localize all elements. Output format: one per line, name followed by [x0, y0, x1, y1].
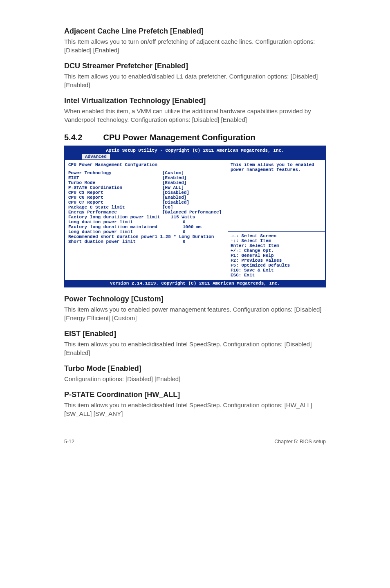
- bios-nav-line: F10: Save & Exit: [231, 268, 323, 273]
- section-number: 5.4.2: [64, 133, 101, 142]
- bios-nav-line: ↑↓: Select Item: [231, 238, 323, 243]
- heading-intel-vt: Intel Virtualization Technology [Enabled…: [64, 97, 326, 105]
- bios-nav-line: F2: Previous Values: [231, 258, 323, 263]
- bios-row: Turbo Mode[Enabled]: [68, 180, 224, 185]
- page-number: 5-12: [64, 439, 74, 444]
- bios-nav-line: F5: Optimized Defaults: [231, 263, 323, 268]
- bios-row: CPU C3 Report[Disabled]: [68, 190, 224, 195]
- bios-row: EIST[Enabled]: [68, 175, 224, 180]
- bios-screenshot: Aptio Setup Utility - Copyright (C) 2011…: [64, 146, 326, 287]
- bios-nav-line: ESC: Exit: [231, 273, 323, 278]
- bios-nav-line: F1: General Help: [231, 253, 323, 258]
- heading-power-tech: Power Technology [Custom]: [64, 295, 326, 303]
- desc-turbo: Configuration options: [Disabled] [Enabl…: [64, 375, 326, 383]
- desc-power-tech: This item allows you to enabled power ma…: [64, 305, 326, 322]
- desc-eist: This item allows you to enabled/disabled…: [64, 340, 326, 357]
- bios-row: Short duation power limit0: [68, 239, 224, 244]
- desc-intel-vt: When enabled this item, a VMM can utiliz…: [64, 107, 326, 124]
- bios-title: Aptio Setup Utility - Copyright (C) 2011…: [65, 147, 325, 153]
- bios-nav-line: →←: Select Screen: [231, 233, 323, 238]
- heading-eist: EIST [Enabled]: [64, 330, 326, 338]
- bios-row: CPU C6 Report[Enabled]: [68, 195, 224, 200]
- bios-row: Long duation power limit0: [68, 220, 224, 224]
- bios-nav-line: Enter: Select Item: [231, 243, 323, 248]
- bios-row: Factory long duratiion maintained1000 ms: [68, 224, 224, 229]
- bios-row: Energy Performance[Balanced Performance]: [68, 210, 224, 215]
- desc-dcu-streamer: This Item allows you to enabled/disabled…: [64, 72, 326, 89]
- section-heading: 5.4.2 CPU Power Management Configuration: [64, 133, 326, 142]
- bios-row: Package C State limit[C6]: [68, 205, 224, 210]
- bios-row: Long duation power limit0: [68, 229, 224, 234]
- chapter-label: Chapter 5: BIOS setup: [274, 439, 326, 444]
- bios-subtitle: CPU Power Management Confguration: [68, 162, 224, 167]
- bios-factory-power: Factory long duratiion power limit 115 W…: [68, 215, 224, 220]
- desc-pstate: This item allows you to enabled/disabled…: [64, 401, 326, 418]
- heading-dcu-streamer: DCU Streamer Prefetcher [Enabled]: [64, 62, 326, 70]
- bios-help-text: This item allows you to enabled power ma…: [231, 162, 323, 230]
- page-footer: 5-12 Chapter 5: BIOS setup: [64, 436, 326, 444]
- bios-row: P-STATE Coordination[HW_ALL]: [68, 185, 224, 190]
- bios-row: CPU C7 Report[Disabled]: [68, 200, 224, 205]
- bios-footer: Version 2.14.1219. Copyright (C) 2011 Am…: [65, 280, 325, 287]
- desc-adjacent-cache: This Item allows you to turn on/off pref…: [64, 37, 326, 54]
- heading-turbo: Turbo Mode [Enabled]: [64, 364, 326, 373]
- heading-pstate: P-STATE Coordination [HW_ALL]: [64, 391, 326, 399]
- bios-recommended-line: Recommended short duration power1 1.25 *…: [68, 234, 224, 239]
- bios-row: Power Technology[Custom]: [68, 171, 224, 175]
- section-title: CPU Power Management Configuration: [103, 133, 256, 142]
- bios-tab-advanced: Advanced: [81, 153, 110, 159]
- heading-adjacent-cache: Adjacent Cache Line Prefetch [Enabled]: [64, 27, 326, 36]
- bios-nav-line: +/-: Change Opt.: [231, 248, 323, 253]
